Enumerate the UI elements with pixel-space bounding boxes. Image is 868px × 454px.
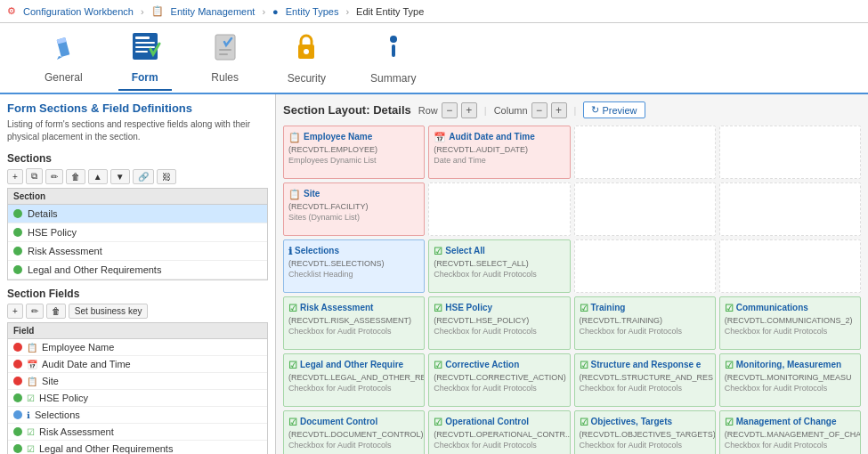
add-section-btn[interactable]: + <box>7 169 23 184</box>
nav-edit-entity: Edit Entity Type <box>356 6 424 17</box>
field-icon-legal-req: ☑ <box>27 444 35 454</box>
tab-form[interactable]: Form <box>118 26 172 91</box>
cell-monitoring[interactable]: ☑Monitoring, Measuremen (RECVDTL.MONITOR… <box>719 353 861 407</box>
tab-security[interactable]: Security <box>279 27 335 90</box>
nav-config-workbench[interactable]: Configuration Workbench <box>23 6 134 17</box>
main-content: Form Sections & Field Definitions Listin… <box>0 94 868 454</box>
add-field-btn[interactable]: + <box>7 304 23 319</box>
cell-legal-req[interactable]: ☑Legal and Other Require (RECVDTL.LEGAL_… <box>283 353 425 407</box>
field-row-selections[interactable]: ℹ Selections <box>8 407 267 424</box>
cell-select-all[interactable]: ☑Select All (RECVDTL.SELECT_ALL) Checkbo… <box>428 239 570 293</box>
field-dot-hse-policy <box>13 393 22 402</box>
cell-structure-response[interactable]: ☑Structure and Response e (RECVDTL.STRUC… <box>574 353 716 407</box>
copy-section-btn[interactable]: ⧉ <box>26 168 43 184</box>
cell-selections[interactable]: ℹSelections (RECVDTL.SELECTIONS) Checkli… <box>283 239 425 293</box>
cell-empty-r2c2 <box>428 182 570 236</box>
cell-empty-r3c3 <box>574 239 716 293</box>
preview-btn[interactable]: ↻ Preview <box>583 101 645 118</box>
field-icon-hse-policy: ☑ <box>27 393 35 403</box>
field-row-risk-assessment[interactable]: ☑ Risk Assessment <box>8 424 267 441</box>
rules-icon <box>212 33 239 68</box>
sections-header: Sections <box>7 152 268 165</box>
edit-field-btn[interactable]: ✏ <box>26 304 44 319</box>
cell-employee-name[interactable]: 📋Employee Name (RECVDTL.EMPLOYEE) Employ… <box>283 126 425 179</box>
cell-corrective-action[interactable]: ☑Corrective Action (RECVDTL.CORRECTIVE_A… <box>428 353 570 407</box>
cell-audit-date[interactable]: 📅Audit Date and Time (RECVDTL.AUDIT_DATE… <box>428 126 570 179</box>
svg-rect-5 <box>135 42 155 44</box>
nav-sep-2: › <box>262 6 265 17</box>
nav-entity-types-icon: ● <box>272 6 279 17</box>
nav-entity-management[interactable]: Entity Management <box>171 6 256 17</box>
field-dot-site <box>13 377 22 385</box>
cell-training[interactable]: ☑Training (RECVDTL.TRAINING) Checkbox fo… <box>574 296 716 350</box>
field-row-site[interactable]: 📋 Site <box>8 373 267 390</box>
sections-list: Section Details HSE Policy Risk Assessme… <box>7 188 268 280</box>
tab-form-label: Form <box>132 71 158 84</box>
col-minus-btn[interactable]: − <box>531 102 548 118</box>
field-row-audit[interactable]: 📅 Audit Date and Time <box>8 356 267 373</box>
col-plus-btn[interactable]: + <box>551 102 567 118</box>
field-dot-legal-req <box>13 444 22 453</box>
section-dot-risk <box>13 247 22 255</box>
column-label: Column <box>494 105 528 116</box>
cell-empty-r2c4 <box>719 182 861 236</box>
cell-communications[interactable]: ☑Communications (RECVDTL.COMMUNICATIONS_… <box>719 296 861 350</box>
fields-list: Field 📋 Employee Name 📅 Audit Date and T… <box>7 322 268 454</box>
cell-operational-control[interactable]: ☑Operational Control (RECVDTL.OPERATIONA… <box>428 410 570 454</box>
nav-sep-1: › <box>141 6 144 17</box>
cell-document-control[interactable]: ☑Document Control (RECVDTL.DOCUMENT_CONT… <box>283 410 425 454</box>
field-label-employee: Employee Name <box>42 342 114 353</box>
cell-mgmt-change[interactable]: ☑Management of Change (RECVDTL.MANAGEMEN… <box>719 410 861 454</box>
cell-empty-r2c3 <box>574 182 716 236</box>
delete-field-btn[interactable]: 🗑 <box>46 304 66 319</box>
section-row-legal[interactable]: Legal and Other Requirements <box>8 261 267 280</box>
link-btn[interactable]: 🔗 <box>133 169 154 184</box>
field-dot-risk-assessment <box>13 427 22 436</box>
section-dot-details <box>13 209 22 218</box>
section-fields-header: Section Fields <box>7 288 268 300</box>
row-minus-btn[interactable]: − <box>442 102 458 118</box>
section-row-details[interactable]: Details <box>8 205 267 223</box>
cell-objectives[interactable]: ☑Objectives, Targets (RECVDTL.OBJECTIVES… <box>574 410 716 454</box>
row-label: Row <box>418 105 438 116</box>
tab-summary[interactable]: Summary <box>361 27 425 90</box>
layout-separator: | <box>484 105 487 116</box>
lock-icon <box>293 32 320 69</box>
nav-entity-types[interactable]: Entity Types <box>286 6 339 17</box>
cell-site[interactable]: 📋Site (RECVDTL.FACILITY) Sites (Dynamic … <box>283 182 425 236</box>
field-label-audit: Audit Date and Time <box>42 359 131 369</box>
svg-rect-9 <box>219 49 231 51</box>
tab-general-label: General <box>45 71 83 84</box>
section-row-risk[interactable]: Risk Assessment <box>8 242 267 261</box>
unlink-btn[interactable]: ⛓ <box>157 169 176 184</box>
tab-summary-label: Summary <box>370 72 416 85</box>
cell-hse-policy[interactable]: ☑HSE Policy (RECVDTL.HSE_POLICY) Checkbo… <box>428 296 570 350</box>
field-label-legal-req: Legal and Other Requirements <box>39 443 173 454</box>
field-row-legal-req[interactable]: ☑ Legal and Other Requirements <box>8 441 267 454</box>
delete-section-btn[interactable]: 🗑 <box>66 169 85 184</box>
move-down-btn[interactable]: ▼ <box>110 169 130 184</box>
cell-risk-assessment[interactable]: ☑Risk Assessment (RECVDTL.RISK_ASSESSMEN… <box>283 296 425 350</box>
svg-rect-10 <box>219 53 228 55</box>
field-icon-site: 📋 <box>27 377 37 386</box>
svg-rect-6 <box>135 46 155 48</box>
nav-sep-3: › <box>345 6 349 17</box>
field-row-employee[interactable]: 📋 Employee Name <box>8 339 267 356</box>
section-col-header: Section <box>8 189 267 205</box>
field-icon-risk-assessment: ☑ <box>27 427 35 437</box>
sections-toolbar: + ⧉ ✏ 🗑 ▲ ▼ 🔗 ⛓ <box>7 168 268 184</box>
field-label-risk-assessment: Risk Assessment <box>39 426 114 437</box>
tab-general[interactable]: General <box>36 28 92 89</box>
set-business-key-btn[interactable]: Set business key <box>69 304 149 319</box>
row-plus-btn[interactable]: + <box>461 102 477 118</box>
move-up-btn[interactable]: ▲ <box>88 169 108 184</box>
field-label-hse-policy: HSE Policy <box>39 393 88 403</box>
section-label-details: Details <box>28 208 58 219</box>
cell-empty-r3c4 <box>719 239 861 293</box>
field-row-hse-policy[interactable]: ☑ HSE Policy <box>8 390 267 407</box>
tab-rules[interactable]: Rules <box>199 28 252 89</box>
section-dot-hse <box>13 228 22 237</box>
section-dot-legal <box>13 265 22 274</box>
section-row-hse[interactable]: HSE Policy <box>8 223 267 242</box>
edit-section-btn[interactable]: ✏ <box>45 169 63 184</box>
